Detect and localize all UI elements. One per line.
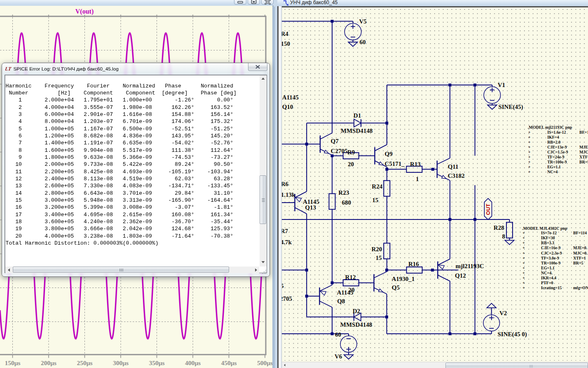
svg-text:V(out): V(out) xyxy=(75,8,94,15)
svg-text:SINE(45 0): SINE(45 0) xyxy=(498,331,527,338)
svg-text:IKF=30: IKF=30 xyxy=(541,236,555,240)
svg-text:mfg=ON: mfg=ON xyxy=(573,285,588,290)
svg-text:C5171_: C5171_ xyxy=(385,160,405,167)
svg-text:R20: R20 xyxy=(371,246,382,252)
svg-text:OUT: OUT xyxy=(485,204,491,215)
svg-text:NC=4: NC=4 xyxy=(547,170,558,174)
svg-text:MJE=0.6: MJE=0.6 xyxy=(579,145,588,149)
svg-text:CJE=16e-9: CJE=16e-9 xyxy=(541,245,560,250)
svg-text:+: + xyxy=(522,236,525,240)
svg-text:V6: V6 xyxy=(335,353,342,360)
svg-text:Q11: Q11 xyxy=(448,163,459,170)
svg-text:MMSD4148: MMSD4148 xyxy=(341,127,373,134)
svg-text:680: 680 xyxy=(342,199,351,206)
svg-text:60: 60 xyxy=(360,39,366,45)
svg-text:A1145: A1145 xyxy=(337,289,353,296)
svg-text:+: + xyxy=(528,150,531,154)
svg-text:EG=1.1: EG=1.1 xyxy=(547,165,561,169)
svg-text:SINE(45): SINE(45) xyxy=(498,104,523,111)
svg-text:BF=114: BF=114 xyxy=(573,231,587,235)
svg-text:+: + xyxy=(522,241,525,245)
svg-text:400µs: 400µs xyxy=(185,359,201,366)
svg-text:R9: R9 xyxy=(347,149,355,156)
svg-text:150: 150 xyxy=(282,40,290,47)
svg-text:MJC=0.4: MJC=0.4 xyxy=(579,150,588,154)
svg-text:MJC=0.: MJC=0. xyxy=(573,251,588,255)
svg-text:mjl21193C: mjl21193C xyxy=(456,263,484,269)
svg-text:R6: R6 xyxy=(282,181,289,187)
svg-text:4.7k: 4.7k xyxy=(282,239,292,245)
svg-text:C2705: C2705 xyxy=(331,148,348,154)
svg-text:TR=100e-9: TR=100e-9 xyxy=(541,261,560,265)
svg-text:RB=3.3: RB=3.3 xyxy=(541,241,554,245)
svg-text:IS=7e-12: IS=7e-12 xyxy=(541,231,557,235)
svg-text:R13: R13 xyxy=(410,161,421,167)
svg-text:V1: V1 xyxy=(498,82,505,88)
svg-text:EG=1.1: EG=1.1 xyxy=(541,266,555,270)
svg-text:250µs: 250µs xyxy=(77,359,92,366)
svg-text:+: + xyxy=(522,256,525,260)
svg-text:+: + xyxy=(522,281,525,285)
svg-text:R28: R28 xyxy=(494,224,504,231)
svg-text:R4: R4 xyxy=(282,31,288,37)
svg-text:Q12: Q12 xyxy=(455,272,466,279)
svg-text:R7: R7 xyxy=(282,228,288,234)
svg-text:450µs: 450µs xyxy=(221,359,237,366)
svg-text:+: + xyxy=(528,165,531,169)
svg-text:1: 1 xyxy=(416,176,419,182)
svg-text:500µs: 500µs xyxy=(257,359,272,366)
svg-text:PTF=0: PTF=0 xyxy=(541,281,553,285)
svg-text:A1145: A1145 xyxy=(282,94,299,101)
svg-text:+: + xyxy=(522,276,525,280)
svg-text:Q5: Q5 xyxy=(392,284,400,291)
svg-text:1.13k: 1.13k xyxy=(282,191,295,198)
svg-text:IKR=4.4: IKR=4.4 xyxy=(541,276,556,280)
svg-text:XTF=1: XTF=1 xyxy=(573,256,586,260)
svg-text:R23: R23 xyxy=(338,189,349,196)
svg-text:.MODEL mjl21193C pnp: .MODEL mjl21193C pnp xyxy=(528,125,572,130)
svg-text:MMSD4148: MMSD4148 xyxy=(340,321,372,328)
svg-text:350µs: 350µs xyxy=(149,359,164,366)
svg-text:150µs: 150µs xyxy=(5,359,20,366)
svg-text:+: + xyxy=(522,285,525,290)
svg-text:60: 60 xyxy=(335,331,341,338)
svg-text:Q9: Q9 xyxy=(385,151,393,157)
svg-text:C3182: C3182 xyxy=(448,172,465,179)
svg-text:TR=100e-9: TR=100e-9 xyxy=(547,160,567,164)
svg-text:IKF=4: IKF=4 xyxy=(547,135,559,139)
svg-text:A1930_1: A1930_1 xyxy=(391,276,415,282)
svg-text:Q8: Q8 xyxy=(337,298,345,304)
svg-text:R24: R24 xyxy=(372,183,382,190)
svg-text:V2: V2 xyxy=(499,310,507,316)
svg-text:TF=3.0e-9: TF=3.0e-9 xyxy=(541,256,559,260)
svg-text:+: + xyxy=(528,135,531,139)
svg-text:+: + xyxy=(522,251,525,255)
svg-text:2705: 2705 xyxy=(282,295,292,302)
svg-text:200µs: 200µs xyxy=(41,359,56,366)
svg-text:+: + xyxy=(522,231,525,235)
svg-text:CJE=13e-9: CJE=13e-9 xyxy=(547,145,567,149)
svg-text:+: + xyxy=(528,140,531,144)
svg-text:Q10: Q10 xyxy=(282,104,293,110)
svg-text:+: + xyxy=(528,155,531,159)
svg-text:8: 8 xyxy=(502,233,506,240)
svg-text:300µs: 300µs xyxy=(113,359,129,366)
svg-text:R16: R16 xyxy=(408,261,419,267)
svg-text:15: 15 xyxy=(376,255,382,261)
svg-text:+: + xyxy=(522,245,525,250)
svg-text:XTF=10: XTF=10 xyxy=(579,155,588,159)
svg-text:+: + xyxy=(528,160,531,164)
svg-text:Q13: Q13 xyxy=(305,204,316,211)
svg-text:LT: LT xyxy=(5,66,12,72)
svg-text:Q7: Q7 xyxy=(331,138,339,144)
svg-text:BF=114: BF=114 xyxy=(579,130,588,134)
svg-text:BR=5: BR=5 xyxy=(579,160,588,164)
svg-text:IS=1.6e-12: IS=1.6e-12 xyxy=(547,130,566,134)
svg-text:R12: R12 xyxy=(345,274,356,281)
svg-text:Icrating=15: Icrating=15 xyxy=(541,285,562,290)
svg-text:15: 15 xyxy=(372,197,378,203)
svg-text:CJC=1.5e-9: CJC=1.5e-9 xyxy=(547,150,568,154)
svg-text:+: + xyxy=(528,145,531,149)
svg-text:MJE=0.: MJE=0. xyxy=(573,245,588,250)
svg-text:+: + xyxy=(528,170,531,174)
